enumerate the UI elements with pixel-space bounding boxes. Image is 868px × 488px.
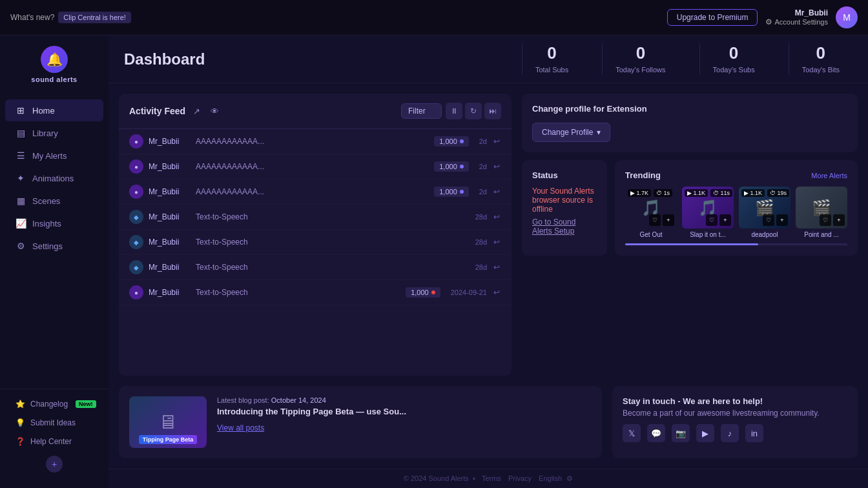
my-alerts-icon: ☰ — [16, 150, 26, 161]
pause-button[interactable]: ⏸ — [446, 103, 462, 119]
add-button[interactable]: + — [719, 214, 731, 226]
sidebar-item-my-alerts[interactable]: ☰ My Alerts — [5, 145, 103, 167]
add-button[interactable]: + — [833, 214, 845, 226]
sidebar-label-library: Library — [32, 128, 58, 138]
sidebar-item-help-center[interactable]: ❓ Help Center — [5, 432, 103, 451]
replay-button[interactable]: ↩ — [492, 236, 501, 248]
replay-button[interactable]: ↩ — [492, 136, 501, 147]
page-title: Dashboard — [124, 50, 522, 68]
feed-points: 1,000 — [434, 187, 469, 197]
footer-gear-icon: ⚙ — [566, 474, 573, 482]
new-badge: New! — [76, 400, 96, 408]
like-button[interactable]: ♡ — [706, 214, 718, 226]
feed-points: 1,000 — [406, 287, 440, 298]
right-panel: Change profile for Extension Change Prof… — [522, 94, 858, 376]
replay-button[interactable]: ↩ — [492, 161, 501, 172]
tiktok-icon[interactable]: ♪ — [721, 424, 739, 442]
trending-card[interactable]: 🎵 ▶ 1.7K ⏱ 1s ♡ + Get Out — [625, 187, 677, 238]
help-label: Help Center — [30, 437, 72, 446]
status-setup-link[interactable]: Go to Sound Alerts Setup — [532, 218, 597, 236]
community-panel: Stay in touch - We are here to help! Bec… — [612, 386, 858, 458]
skip-button[interactable]: ⏭ — [484, 103, 501, 119]
linkedin-icon[interactable]: in — [745, 424, 763, 442]
account-settings-label[interactable]: Account Settings — [774, 18, 828, 26]
card-thumbnail: 🎬 ▶ 1.1K ⏱ 19s ♡ + — [739, 187, 790, 229]
feed-item: ◆ Mr_Bubii Text-to-Speech 28d ↩ — [119, 205, 512, 230]
refresh-button[interactable]: ↻ — [465, 103, 482, 119]
eye-button[interactable]: 👁 — [208, 105, 222, 117]
feed-item: ● Mr_Bubii AAAAAAAAAAAA... 1,000 2d ↩ — [119, 129, 512, 154]
logo-text: sound alerts — [31, 76, 77, 83]
youtube-icon[interactable]: ▶ — [696, 424, 714, 442]
sidebar-item-home[interactable]: ⊞ Home — [5, 99, 103, 121]
replay-button[interactable]: ↩ — [492, 211, 501, 223]
more-alerts-link[interactable]: More Alerts — [811, 172, 847, 179]
bottom-section: 🖥 Tipping Page Beta Latest blog post: Oc… — [108, 386, 868, 469]
copyright: © 2024 Sound Alerts — [404, 474, 469, 482]
points-dot — [431, 290, 435, 294]
help-icon: ❓ — [16, 437, 25, 446]
footer: © 2024 Sound Alerts • Terms Privacy Engl… — [108, 469, 868, 488]
feed-points: 1,000 — [434, 136, 469, 147]
sidebar-item-insights[interactable]: 📈 Insights — [5, 212, 103, 234]
upgrade-button[interactable]: Upgrade to Premium — [667, 9, 758, 26]
trending-card[interactable]: 🎬 ▶ 1.1K ⏱ 19s ♡ + deadpool — [739, 187, 790, 238]
language-link[interactable]: English — [539, 474, 562, 482]
control-buttons: ⏸ ↻ ⏭ — [446, 103, 501, 119]
circle-action-button[interactable]: + — [46, 456, 63, 473]
replay-button[interactable]: ↩ — [492, 186, 501, 198]
external-link-button[interactable]: ↗ — [191, 105, 203, 117]
dropdown-arrow-icon: ▾ — [597, 128, 601, 137]
like-button[interactable]: ♡ — [763, 214, 774, 226]
feed-dot: ◆ — [129, 235, 143, 249]
discord-icon[interactable]: 💬 — [647, 424, 665, 442]
gear-icon: ⚙ — [765, 17, 772, 26]
trending-card[interactable]: 🎵 ▶ 1.1K ⏱ 11s ♡ + Slap it on t... — [682, 187, 734, 238]
thumb-actions: ♡ + — [649, 214, 674, 226]
announcement-link[interactable]: Clip Central is here! — [58, 12, 131, 23]
main-layout: 🔔 sound alerts ⊞ Home ▤ Library ☰ My Ale… — [0, 36, 868, 488]
play-count: ▶ 1.7K — [628, 189, 651, 197]
changelog-label: Changelog — [30, 400, 68, 409]
sidebar-label-insights: Insights — [32, 219, 61, 229]
blog-thumbnail: 🖥 Tipping Page Beta — [129, 396, 207, 448]
terms-link[interactable]: Terms — [482, 474, 501, 482]
add-button[interactable]: + — [776, 214, 788, 226]
change-profile-panel: Change profile for Extension Change Prof… — [522, 94, 858, 152]
today-subs-label: Today's Subs — [713, 66, 755, 74]
like-button[interactable]: ♡ — [649, 214, 661, 226]
sidebar-item-library[interactable]: ▤ Library — [5, 122, 103, 144]
sidebar-item-animations[interactable]: ✦ Animations — [5, 167, 103, 189]
privacy-link[interactable]: Privacy — [508, 474, 532, 482]
feed-type: Text-to-Speech — [196, 212, 465, 221]
sidebar-item-changelog[interactable]: ⭐ Changelog New! — [5, 395, 103, 413]
sidebar-item-settings[interactable]: ⚙ Settings — [5, 235, 103, 257]
blog-label-text: Latest blog post: — [217, 396, 269, 404]
sidebar-item-scenes[interactable]: ▦ Scenes — [5, 190, 103, 212]
blog-date: October 14, 2024 — [271, 396, 326, 404]
total-subs-label: Total Subs — [535, 66, 568, 74]
trending-card[interactable]: 🎬 ♡ + Point and ... — [796, 187, 847, 238]
instagram-icon[interactable]: 📷 — [672, 424, 690, 442]
points-dot — [460, 139, 464, 143]
today-follows-value: 0 — [615, 43, 665, 63]
username: Mr_Bubii — [765, 8, 828, 17]
twitter-icon[interactable]: 𝕏 — [623, 424, 641, 442]
view-all-posts-link[interactable]: View all posts — [217, 423, 264, 432]
card-name: Point and ... — [796, 231, 847, 238]
add-button[interactable]: + — [663, 214, 674, 226]
sidebar-item-submit-ideas[interactable]: 💡 Submit Ideas — [5, 414, 103, 432]
user-info: Mr_Bubii ⚙ Account Settings — [765, 8, 828, 26]
animations-icon: ✦ — [16, 173, 26, 183]
avatar: M — [836, 6, 858, 28]
replay-button[interactable]: ↩ — [492, 261, 501, 273]
filter-select[interactable]: Filter — [401, 103, 442, 119]
card-name: deadpool — [739, 231, 790, 238]
feed-username: Mr_Bubii — [149, 212, 191, 221]
change-profile-button[interactable]: Change Profile ▾ — [532, 123, 610, 142]
thumb-stats: ▶ 1.1K ⏱ 19s — [741, 189, 789, 197]
replay-button[interactable]: ↩ — [492, 287, 501, 298]
ideas-label: Submit Ideas — [30, 418, 76, 427]
sidebar-nav: ⊞ Home ▤ Library ☰ My Alerts ✦ Animation… — [0, 99, 108, 389]
like-button[interactable]: ♡ — [820, 214, 831, 226]
